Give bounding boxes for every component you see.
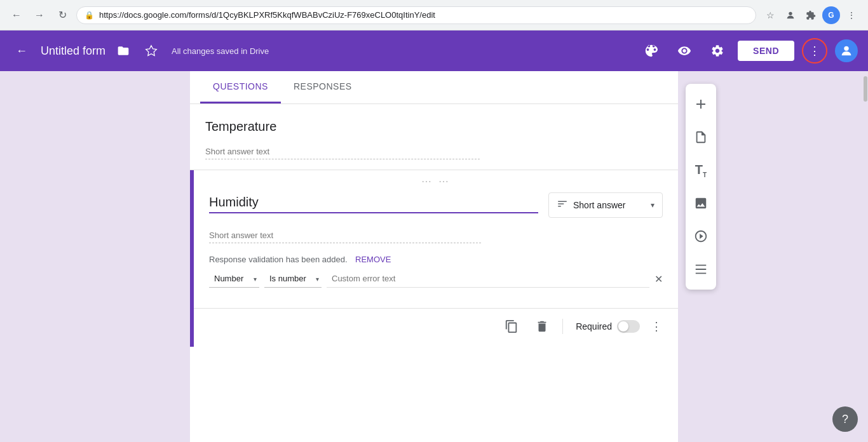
auto-save-text: All changes saved in Drive: [172, 46, 269, 56]
main-content: QUESTIONS RESPONSES Temperature ⋯ ⋯ Shor…: [0, 71, 868, 442]
svg-point-0: [789, 11, 792, 15]
answer-type-icon: [557, 198, 568, 212]
answer-type-selector[interactable]: Short answer ▾: [548, 192, 663, 218]
form-title: Untitled form: [41, 44, 105, 58]
validation-row: Number ▾ Is number ▾ ✕: [209, 270, 663, 288]
lock-icon: 🔒: [85, 11, 94, 20]
browser-actions: ☆ G ⋮: [761, 6, 860, 24]
validation-type-select[interactable]: Number: [209, 270, 259, 288]
add-image-button[interactable]: [686, 188, 716, 218]
required-toggle[interactable]: [617, 320, 640, 333]
validation-message: Response validation has been added.: [209, 255, 348, 264]
scrollbar-track[interactable]: [863, 71, 868, 442]
extensions-icon[interactable]: [802, 6, 820, 24]
question-card-temperature: Temperature: [190, 104, 678, 170]
add-video-button[interactable]: [686, 221, 716, 251]
star-button[interactable]: [141, 41, 161, 61]
form-container: QUESTIONS RESPONSES Temperature ⋯ ⋯ Shor…: [190, 71, 678, 442]
nav-back-button[interactable]: ←: [10, 39, 33, 62]
toggle-knob: [618, 321, 628, 332]
custom-error-input[interactable]: [327, 270, 649, 288]
delete-card-button[interactable]: [529, 314, 555, 339]
google-account-icon[interactable]: G: [822, 6, 840, 24]
forward-button[interactable]: →: [31, 6, 48, 24]
question-title-temperature: Temperature: [205, 119, 663, 134]
form-tabs: QUESTIONS RESPONSES: [190, 71, 678, 104]
help-button[interactable]: ?: [832, 406, 858, 432]
question-card-humidity: ⋯ ⋯ Short answer ▾ Response validation h…: [190, 170, 678, 347]
short-answer-input-temperature[interactable]: [205, 144, 480, 159]
question-card-inner: Short answer ▾ Response validation has b…: [194, 192, 678, 298]
clear-error-button[interactable]: ✕: [654, 273, 663, 285]
add-title-button[interactable]: TT: [686, 155, 716, 185]
validation-condition-wrapper: Is number ▾: [264, 270, 322, 288]
answer-type-arrow-icon: ▾: [651, 201, 654, 210]
palette-button[interactable]: [639, 38, 664, 64]
question-title-input[interactable]: [209, 192, 538, 213]
copy-card-button[interactable]: [499, 314, 524, 339]
address-bar[interactable]: 🔒 https://docs.google.com/forms/d/1QcyBK…: [76, 6, 756, 24]
divider: [562, 319, 563, 334]
browser-bar: ← → ↻ 🔒 https://docs.google.com/forms/d/…: [0, 0, 868, 30]
right-sidebar: TT: [686, 84, 716, 290]
app-header: ← Untitled form All changes saved in Dri…: [0, 30, 868, 71]
add-section-button[interactable]: [686, 254, 716, 285]
url-text: https://docs.google.com/forms/d/1QcyBKLP…: [99, 10, 748, 20]
profile-circle: G: [822, 6, 840, 24]
tab-questions[interactable]: QUESTIONS: [200, 71, 281, 104]
card-more-options-button[interactable]: ⋮: [645, 315, 668, 338]
short-answer-input-humidity[interactable]: [209, 228, 481, 243]
svg-point-1: [844, 46, 848, 51]
user-avatar[interactable]: [835, 39, 858, 62]
send-button[interactable]: SEND: [738, 41, 794, 61]
drag-handle[interactable]: ⋯ ⋯: [194, 170, 678, 192]
required-label: Required: [576, 321, 612, 332]
settings-button[interactable]: [705, 38, 730, 64]
title-icon: TT: [695, 163, 707, 178]
back-button[interactable]: ←: [8, 6, 25, 24]
preview-button[interactable]: [672, 38, 697, 64]
question-header: Short answer ▾: [209, 192, 663, 218]
answer-type-label: Short answer: [573, 200, 646, 210]
chrome-menu-button[interactable]: ⋮: [843, 6, 860, 24]
reload-button[interactable]: ↻: [53, 6, 71, 24]
add-question-button[interactable]: [686, 89, 716, 119]
card-footer: Required ⋮: [194, 308, 678, 347]
validation-condition-select[interactable]: Is number: [264, 270, 322, 288]
scrollbar-thumb[interactable]: [864, 76, 867, 102]
folder-button[interactable]: [113, 41, 133, 61]
remove-validation-link[interactable]: REMOVE: [355, 255, 391, 264]
validation-section: Response validation has been added. REMO…: [209, 253, 663, 265]
bookmark-button[interactable]: ☆: [761, 6, 779, 24]
more-options-button[interactable]: ⋮: [802, 38, 827, 64]
profile-icon-1[interactable]: [782, 6, 799, 24]
import-questions-button[interactable]: [686, 122, 716, 152]
validation-type-wrapper: Number ▾: [209, 270, 259, 288]
tab-responses[interactable]: RESPONSES: [281, 71, 365, 104]
